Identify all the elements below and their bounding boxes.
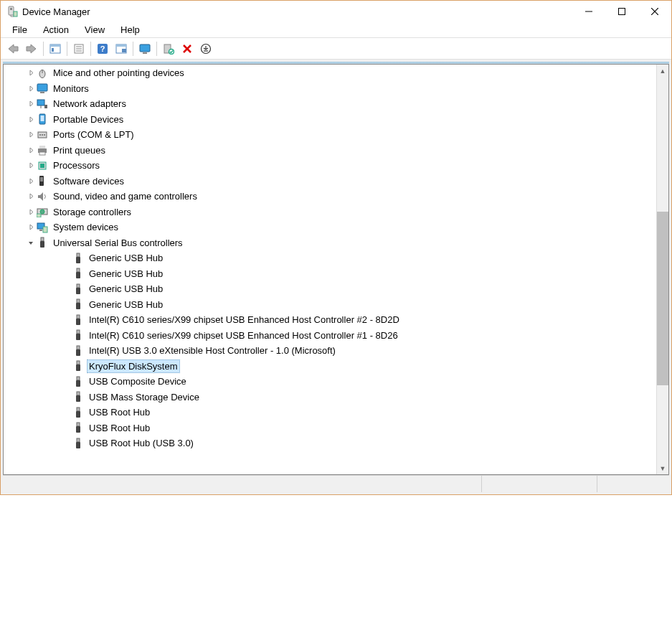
device-label: Generic USB Hub — [87, 298, 165, 311]
tree-device[interactable]: Generic USB Hub — [4, 281, 656, 297]
svg-rect-51 — [39, 230, 42, 231]
tree-device[interactable]: USB Root Hub — [4, 420, 656, 436]
svg-rect-44 — [40, 164, 44, 168]
tree-device[interactable]: Generic USB Hub — [4, 266, 656, 282]
category-label: Portable Devices — [51, 113, 126, 126]
tree-device[interactable]: Generic USB Hub — [4, 250, 656, 266]
category-label: Ports (COM & LPT) — [51, 128, 136, 141]
tree-category[interactable]: Network adapters — [4, 96, 656, 112]
forward-button[interactable] — [23, 40, 40, 57]
tree-category[interactable]: Monitors — [4, 81, 656, 97]
tree-category[interactable]: Storage controllers — [4, 204, 656, 220]
usb-icon — [72, 391, 84, 403]
expand-icon[interactable] — [25, 98, 37, 110]
category-label: System devices — [51, 220, 120, 234]
category-label: Monitors — [51, 82, 91, 95]
expand-icon[interactable] — [25, 160, 37, 171]
device-label: Generic USB Hub — [87, 251, 165, 265]
properties-button[interactable] — [70, 40, 87, 57]
device-tree[interactable]: Mice and other pointing devicesMonitorsN… — [4, 65, 656, 474]
tree-category[interactable]: Portable Devices — [4, 112, 656, 128]
sound-icon — [37, 191, 48, 202]
tree-device[interactable]: USB Mass Storage Device — [4, 390, 656, 405]
svg-rect-66 — [76, 334, 80, 340]
status-segment — [597, 476, 669, 492]
menubar: File Action View Help — [1, 22, 671, 38]
scroll-down-button[interactable]: ▼ — [657, 462, 668, 474]
usb-icon — [72, 253, 84, 264]
tree-category[interactable]: Mice and other pointing devices — [4, 65, 656, 81]
tree-category[interactable]: Ports (COM & LPT) — [4, 127, 656, 143]
category-label: Sound, video and game controllers — [51, 189, 199, 203]
svg-rect-53 — [41, 237, 44, 241]
usb-icon — [72, 298, 84, 310]
svg-rect-68 — [76, 349, 80, 356]
uninstall-button[interactable] — [179, 40, 196, 57]
menu-action[interactable]: Action — [36, 23, 76, 37]
back-button[interactable] — [4, 40, 22, 57]
svg-rect-62 — [76, 303, 80, 309]
add-legacy-button[interactable] — [197, 40, 214, 57]
menu-help[interactable]: Help — [113, 23, 147, 37]
expand-icon[interactable] — [25, 175, 37, 187]
usb-icon — [72, 345, 84, 357]
svg-point-38 — [42, 134, 43, 136]
svg-rect-65 — [77, 330, 80, 334]
svg-rect-74 — [76, 395, 80, 402]
expand-icon[interactable] — [25, 222, 37, 233]
tree-category[interactable]: Print queues — [4, 143, 656, 159]
tree-device[interactable]: USB Root Hub — [4, 405, 656, 420]
svg-rect-42 — [39, 152, 45, 155]
svg-rect-0 — [9, 6, 14, 15]
expand-icon[interactable] — [25, 191, 37, 202]
action-button[interactable] — [113, 40, 130, 57]
svg-rect-71 — [77, 377, 80, 380]
expand-icon[interactable] — [25, 206, 37, 217]
port-icon — [37, 129, 48, 141]
show-monitor-button[interactable] — [136, 40, 153, 57]
help-button[interactable]: ? — [94, 40, 111, 57]
toolbar-separator — [90, 42, 91, 56]
collapse-icon[interactable] — [25, 237, 37, 248]
tree-device[interactable]: Intel(R) USB 3.0 eXtensible Host Control… — [4, 343, 656, 359]
maximize-button[interactable] — [605, 1, 638, 22]
svg-rect-60 — [76, 288, 80, 294]
cpu-icon — [37, 160, 48, 171]
titlebar[interactable]: Device Manager — [1, 1, 671, 22]
expand-icon[interactable] — [25, 144, 37, 156]
scroll-thumb[interactable] — [657, 212, 668, 385]
svg-rect-41 — [39, 146, 45, 149]
expand-icon[interactable] — [25, 113, 37, 125]
svg-rect-75 — [77, 408, 80, 411]
tree-device[interactable]: Intel(R) C610 series/X99 chipset USB Enh… — [4, 312, 656, 328]
expand-icon[interactable] — [25, 67, 37, 79]
monitor-icon — [37, 83, 48, 94]
close-button[interactable] — [638, 1, 671, 22]
tree-category[interactable]: Universal Serial Bus controllers — [4, 235, 656, 251]
tree-device[interactable]: KryoFlux DiskSystem — [4, 359, 656, 375]
tree-device[interactable]: USB Composite Device — [4, 374, 656, 390]
tree-device[interactable]: Intel(R) C610 series/X99 chipset USB Enh… — [4, 328, 656, 344]
show-hide-tree-button[interactable] — [47, 40, 64, 57]
usb-icon — [72, 360, 84, 372]
expand-icon[interactable] — [25, 129, 37, 141]
scan-hardware-button[interactable] — [160, 40, 177, 57]
tree-category[interactable]: Software devices — [4, 174, 656, 189]
svg-text:?: ? — [100, 44, 105, 53]
menu-view[interactable]: View — [77, 23, 112, 37]
tree-device[interactable]: Generic USB Hub — [4, 297, 656, 313]
tree-device[interactable]: USB Root Hub (USB 3.0) — [4, 436, 656, 451]
tree-category[interactable]: Processors — [4, 158, 656, 174]
scroll-up-button[interactable]: ▲ — [657, 65, 668, 77]
category-label: Universal Serial Bus controllers — [51, 236, 185, 250]
minimize-button[interactable] — [572, 1, 605, 22]
status-segment — [482, 476, 597, 492]
tree-category[interactable]: System devices — [4, 220, 656, 235]
tree-category[interactable]: Sound, video and game controllers — [4, 189, 656, 204]
vertical-scrollbar[interactable]: ▲ ▼ — [656, 65, 668, 474]
svg-rect-31 — [37, 100, 44, 105]
svg-rect-1 — [10, 8, 12, 10]
scroll-track[interactable] — [657, 77, 668, 462]
expand-icon[interactable] — [25, 83, 37, 94]
menu-file[interactable]: File — [5, 23, 34, 37]
